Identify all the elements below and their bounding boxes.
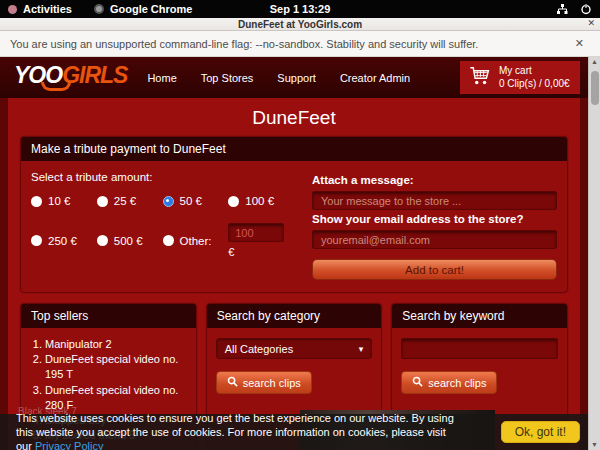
category-select[interactable]: All Categories ▾ (216, 338, 373, 359)
chrome-app-icon (94, 4, 104, 14)
nav-item-support[interactable]: Support (277, 72, 316, 84)
message-input[interactable] (312, 191, 557, 210)
message-label: Attach a message: (312, 174, 557, 186)
search-keyword-header: Search by keyword (392, 304, 567, 328)
activities-indicator-icon (8, 5, 17, 14)
page-scrollbar[interactable]: ▲ ▼ (588, 57, 600, 450)
site-logo[interactable]: YOOGIRLS (14, 64, 127, 91)
chevron-down-icon: ▾ (359, 344, 364, 354)
search-icon (412, 376, 423, 389)
add-to-cart-button[interactable]: Add to cart! (312, 259, 557, 280)
tribute-amount-label: Select a tribute amount: (31, 171, 294, 183)
window-title-bar: DuneFeet at YooGirls.com ✕ (0, 18, 600, 31)
nav-item-creator-admin[interactable]: Creator Admin (340, 72, 410, 84)
gnome-top-bar: Activities Google Chrome Sep 1 13:29 (0, 0, 600, 18)
email-input[interactable] (312, 230, 557, 249)
radio-option-25[interactable]: 25 € (97, 195, 163, 207)
nav-item-home[interactable]: Home (147, 72, 176, 84)
app-menu-button[interactable]: Google Chrome (110, 3, 193, 15)
cart-label: My cart (499, 65, 532, 76)
cart-summary: 0 Clip(s) / 0,00€ (499, 78, 570, 89)
logo-smile-icon (41, 82, 71, 91)
radio-option-50-selected[interactable]: 50 € (163, 195, 229, 207)
window-title: DuneFeet at YooGirls.com (0, 19, 600, 30)
top-sellers-header: Top sellers (21, 304, 196, 328)
tribute-panel-header: Make a tribute payment to DuneFeet (21, 137, 567, 161)
radio-icon[interactable] (163, 235, 174, 246)
keyword-input[interactable] (401, 338, 558, 359)
radio-selected-icon[interactable] (163, 196, 174, 207)
other-amount-input[interactable] (228, 223, 284, 242)
category-selected-value: All Categories (225, 343, 293, 355)
cart-icon (468, 65, 491, 91)
screen: Activities Google Chrome Sep 1 13:29 Dun… (0, 0, 600, 450)
cart-widget[interactable]: My cart 0 Clip(s) / 0,00€ (460, 61, 580, 94)
nav-item-top-stores[interactable]: Top Stores (201, 72, 254, 84)
cookie-accept-button[interactable]: Ok, got it! (501, 421, 580, 443)
top-seller-item[interactable]: Manipulator 2 (45, 337, 188, 352)
tribute-amount-options: 10 € 25 € 50 € 100 € 250 € 500 € Other: … (31, 195, 294, 258)
content-container: DuneFeet Make a tribute payment to DuneF… (8, 98, 580, 450)
radio-option-other[interactable]: Other: (163, 223, 229, 258)
privacy-policy-link[interactable]: Privacy Policy (35, 440, 103, 450)
radio-icon[interactable] (31, 235, 42, 246)
warning-close-icon[interactable]: ✕ (569, 37, 590, 50)
warning-text: You are using an unsupported command-lin… (10, 38, 478, 50)
radio-icon[interactable] (97, 196, 108, 207)
search-category-header: Search by category (207, 304, 382, 328)
main-nav: Home Top Stores Support Creator Admin (147, 72, 410, 84)
network-icon[interactable] (556, 3, 568, 15)
page-area: DuneFeet Make a tribute payment to DuneF… (0, 98, 588, 450)
radio-icon[interactable] (97, 235, 108, 246)
cookie-consent-bar: This website uses cookies to ensure you … (0, 414, 588, 450)
page-title: DuneFeet (20, 100, 568, 136)
radio-option-500[interactable]: 500 € (97, 223, 163, 258)
scrollbar-thumb[interactable] (591, 71, 599, 105)
radio-icon[interactable] (31, 196, 42, 207)
radio-option-10[interactable]: 10 € (31, 195, 97, 207)
search-clips-category-button[interactable]: search clips (216, 371, 312, 394)
activities-button[interactable]: Activities (23, 3, 72, 15)
search-icon (227, 376, 238, 389)
tribute-panel: Make a tribute payment to DuneFeet Selec… (20, 136, 568, 293)
radio-option-100[interactable]: 100 € (228, 195, 294, 207)
radio-option-250[interactable]: 250 € (31, 223, 97, 258)
radio-icon[interactable] (228, 196, 239, 207)
scroll-up-icon[interactable]: ▲ (591, 57, 598, 67)
top-seller-item[interactable]: DuneFeet special video no. 195 T (45, 352, 188, 382)
window-close-icon[interactable]: ✕ (587, 18, 595, 28)
search-clips-keyword-button[interactable]: search clips (401, 371, 497, 394)
browser-viewport: YOOGIRLS Home Top Stores Support Creator… (0, 57, 600, 450)
site-header: YOOGIRLS Home Top Stores Support Creator… (0, 57, 600, 98)
scroll-down-icon[interactable]: ▼ (591, 440, 598, 450)
power-icon[interactable] (580, 3, 592, 15)
email-label: Show your email address to the store? (312, 213, 557, 225)
currency-symbol: € (228, 246, 294, 258)
browser-warning-bar: You are using an unsupported command-lin… (0, 31, 600, 57)
logo-text-girls: GIRLS (62, 62, 127, 88)
